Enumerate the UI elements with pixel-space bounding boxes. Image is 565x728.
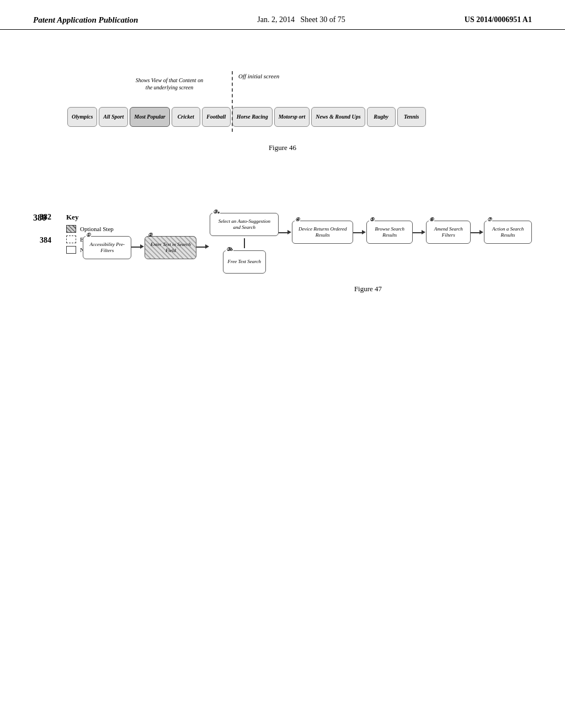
node-browse-search: ⑤ Browse Search Results [366, 221, 413, 244]
node1-label: Accessibility Pre-Filters [88, 242, 126, 254]
node3a-label: Select an Auto-Suggestion and Search [215, 218, 274, 231]
node4-label: Device Returns Ordered Results [297, 226, 348, 239]
row-label-382: 382 [40, 213, 51, 222]
node5-number: ⑤ [369, 217, 375, 223]
tab-strip: Olympics All Sport Most Popular Cricket … [67, 107, 498, 127]
page-header: Patent Application Publication Jan. 2, 2… [0, 0, 565, 30]
tab-allsport[interactable]: All Sport [99, 107, 128, 127]
publication-title: Patent Application Publication [33, 15, 138, 25]
arrow-2-3 [196, 243, 210, 250]
node-freetext: ③b Free Text Search [223, 250, 266, 274]
main-content: Shows View of that Content on the underl… [0, 30, 565, 304]
tab-cricket[interactable]: Cricket [172, 107, 200, 127]
flow-diagram: 382 384 ① Accessibility Pre-Filters ② En… [66, 213, 532, 274]
figure47-label: Figure 47 [204, 285, 532, 293]
fig46-annotation: Shows View of that Content on the underl… [134, 77, 205, 91]
sheet-info: Jan. 2, 2014 Sheet 30 of 75 [257, 15, 345, 24]
arrow-4-5 [353, 228, 366, 236]
node1-number: ① [86, 232, 91, 238]
node7-number: ⑦ [487, 217, 492, 223]
figure47-section: 380 Key Optional Step Either / Or Step N… [33, 213, 532, 293]
node7-label: Action a Search Results [489, 226, 527, 239]
node-amend-search: ⑥ Amend Search Filters [426, 221, 471, 244]
tab-mostpopular[interactable]: Most Popular [130, 107, 169, 127]
figure46-section: Shows View of that Content on the underl… [33, 107, 532, 152]
tab-football[interactable]: Football [202, 107, 231, 127]
tab-rugby[interactable]: Rugby [367, 107, 396, 127]
tab-motorsport[interactable]: Motorsp ort [274, 107, 310, 127]
node-branch-3: ③ₐ Select an Auto-Suggestion and Search … [210, 213, 279, 274]
node-autosuggestion: ③ₐ Select an Auto-Suggestion and Search [210, 213, 279, 236]
branch-connector [244, 238, 245, 248]
tab-tennis[interactable]: Tennis [397, 107, 426, 127]
node3a-number: ③ₐ [212, 209, 220, 215]
date-label: Jan. 2, 2014 [257, 15, 295, 24]
arrow-3-4 [279, 228, 292, 236]
node6-number: ⑥ [429, 217, 434, 223]
row-label-384: 384 [40, 236, 51, 245]
node-accessibility: ① Accessibility Pre-Filters [83, 236, 131, 259]
off-initial-label: Off initial screen [238, 73, 279, 79]
node3b-number: ③b [226, 247, 234, 253]
node5-label: Browse Search Results [371, 226, 408, 239]
node2-number: ② [147, 232, 153, 238]
tab-horseracing[interactable]: Horse Racing [232, 107, 273, 127]
tab-newsroundups[interactable]: News & Round Ups [311, 107, 365, 127]
arrow-5-6 [413, 228, 426, 236]
node-action-search: ⑦ Action a Search Results [484, 221, 532, 244]
arrow-1-2 [131, 243, 145, 250]
figure46-label: Figure 46 [269, 143, 296, 152]
arrow-6-7 [471, 228, 484, 236]
flow-row: ① Accessibility Pre-Filters ② Enter Text… [83, 213, 532, 274]
tab-olympics[interactable]: Olympics [67, 107, 97, 127]
patent-number: US 2014/0006951 A1 [465, 15, 532, 24]
sheet-label: Sheet 30 of 75 [301, 15, 345, 24]
node6-label: Amend Search Filters [431, 226, 466, 239]
node-enter-text: ② Enter Text in Search Field [145, 236, 196, 259]
node4-number: ④ [295, 217, 300, 223]
node-device-returns: ④ Device Returns Ordered Results [292, 221, 353, 244]
node3b-label: Free Text Search [228, 259, 261, 265]
fig46-divider [232, 71, 233, 132]
figure46-diagram: Shows View of that Content on the underl… [67, 107, 498, 127]
node2-label: Enter Text in Search Field [150, 242, 191, 254]
